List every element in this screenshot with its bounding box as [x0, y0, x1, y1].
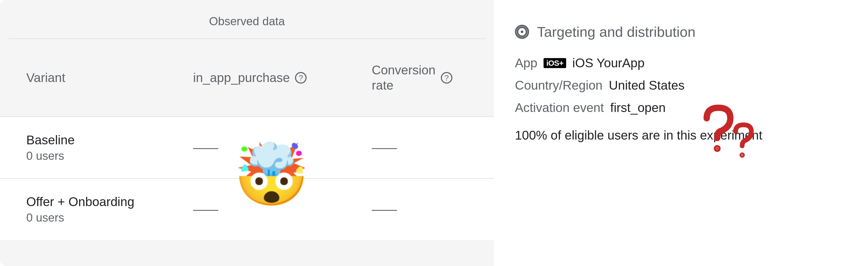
country-info-row: Country/Region United States — [515, 78, 852, 92]
column-header-variant: Variant — [26, 63, 193, 93]
observed-data-section: Observed data Variant in_app_purchase ? … — [0, 0, 494, 266]
svg-point-1 — [741, 154, 743, 156]
exploding-head-emoji-annotation: 🤯 — [234, 145, 309, 205]
variant-name: Baseline — [26, 133, 193, 147]
conversion-cell: —— — [372, 133, 477, 162]
conversion-cell: —— — [372, 195, 477, 224]
column-header-iap-label: in_app_purchase — [193, 70, 290, 85]
table-header-row: Variant in_app_purchase ? Conversion rat… — [0, 39, 494, 116]
country-label: Country/Region — [515, 78, 603, 92]
help-icon[interactable]: ? — [441, 72, 453, 84]
target-icon — [515, 25, 529, 39]
targeting-header: Targeting and distribution — [515, 24, 852, 40]
variant-cell: Baseline 0 users — [26, 133, 193, 162]
country-value: United States — [609, 78, 685, 92]
column-header-iap: in_app_purchase ? — [193, 63, 372, 93]
activation-info-row: Activation event first_open — [515, 100, 852, 115]
app-info-row: App iOS+ iOS YourApp — [515, 56, 852, 70]
activation-value: first_open — [610, 100, 666, 115]
experiment-panel: Observed data Variant in_app_purchase ? … — [0, 0, 868, 266]
app-value: iOS YourApp — [572, 56, 645, 70]
distribution-summary: 100% of eligible users are in this exper… — [515, 128, 852, 143]
variant-name: Offer + Onboarding — [26, 195, 193, 209]
svg-point-0 — [716, 147, 718, 150]
question-mark-icon — [693, 102, 756, 166]
help-icon[interactable]: ? — [295, 72, 307, 84]
question-marks-annotation — [693, 102, 756, 167]
variant-cell: Offer + Onboarding 0 users — [26, 195, 193, 224]
targeting-section: Targeting and distribution App iOS+ iOS … — [494, 0, 868, 266]
ios-badge: iOS+ — [544, 58, 566, 68]
activation-label: Activation event — [515, 100, 604, 115]
variant-users: 0 users — [26, 211, 193, 224]
targeting-title: Targeting and distribution — [537, 24, 695, 40]
column-header-conversion-label: Conversion rate — [372, 63, 436, 93]
variant-users: 0 users — [26, 149, 193, 162]
observed-data-title: Observed data — [8, 0, 486, 39]
app-label: App — [515, 56, 537, 70]
column-header-conversion: Conversion rate ? — [372, 63, 477, 93]
